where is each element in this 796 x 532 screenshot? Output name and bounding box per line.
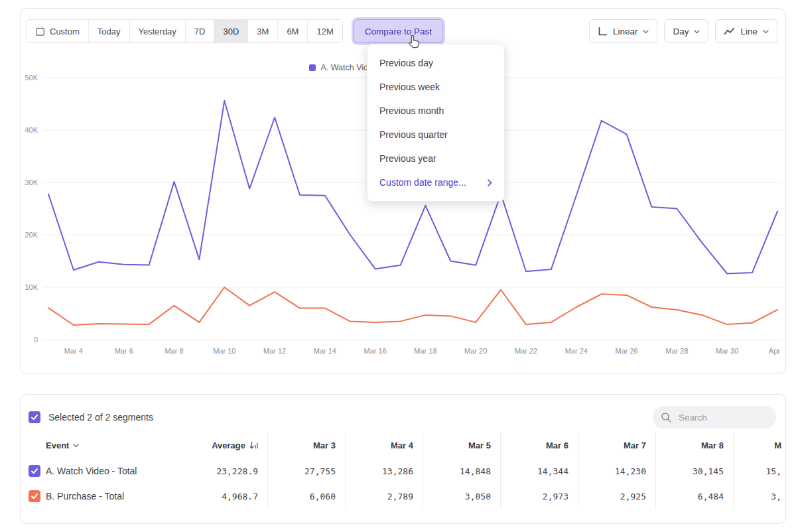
column-header-mar-5[interactable]: Mar 5 (423, 432, 500, 458)
range-custom-label: Custom (50, 27, 80, 36)
average-cell: 23,228.9 (190, 458, 267, 484)
table-cell: 3,050 (423, 484, 500, 509)
chart-type-dropdown-button[interactable]: Line (715, 19, 777, 43)
table-cell: 3, (733, 484, 786, 509)
menu-item-previous-day[interactable]: Previous day (367, 51, 504, 75)
column-header-average[interactable]: Average (190, 432, 267, 458)
chevron-down-icon (694, 30, 700, 34)
column-header-mar-4[interactable]: Mar 4 (345, 432, 423, 458)
range-group: Custom TodayYesterday7D30D3M6M12M (26, 19, 343, 43)
column-header-mar-7[interactable]: Mar 7 (578, 432, 655, 458)
range-today[interactable]: Today (88, 20, 129, 42)
interval-dropdown-button[interactable]: Day (664, 19, 708, 43)
axes-icon (598, 27, 608, 36)
event-cell: B. Purchase - Total (21, 484, 190, 509)
column-header-mar-8[interactable]: Mar 8 (655, 432, 733, 458)
y-axis-tick: 0 (34, 336, 38, 344)
x-axis-tick: Mar 30 (716, 347, 738, 355)
menu-item-previous-quarter[interactable]: Previous quarter (367, 123, 504, 147)
calendar-icon (35, 27, 45, 36)
table-cell: 2,973 (500, 484, 578, 509)
column-header-m[interactable]: M (733, 432, 786, 458)
selected-segments-label: Selected 2 of 2 segments (48, 412, 153, 423)
x-axis-tick: Mar 20 (464, 347, 487, 355)
x-axis-tick: Mar 12 (263, 347, 286, 355)
y-axis-tick: 40K (25, 126, 38, 134)
table-cell: 27,755 (267, 458, 345, 484)
custom-date-range-label: Custom date range... (379, 177, 466, 188)
row-checkbox[interactable] (29, 465, 40, 477)
y-axis-tick: 20K (25, 231, 38, 239)
table-cell: 6,484 (655, 484, 733, 509)
sort-icon (249, 441, 258, 450)
range-6m[interactable]: 6M (277, 20, 307, 42)
chart-type-label: Line (740, 27, 758, 36)
column-header-mar-3[interactable]: Mar 3 (267, 432, 345, 458)
menu-item-previous-month[interactable]: Previous month (367, 99, 504, 123)
x-axis-tick: Mar 10 (213, 347, 235, 355)
chevron-down-icon (763, 30, 769, 34)
x-axis-tick: Mar 16 (364, 347, 387, 355)
event-label: A. Watch Video - Total (46, 466, 137, 476)
select-all-checkbox[interactable] (29, 411, 40, 423)
table-cell: 6,060 (267, 484, 345, 509)
toolbar-right: Linear Day Line (589, 19, 777, 43)
interval-label: Day (673, 27, 689, 36)
table-cell: 2,789 (345, 484, 423, 509)
range-3m[interactable]: 3M (247, 20, 277, 42)
x-axis-tick: Mar 6 (115, 347, 133, 355)
event-label: B. Purchase - Total (46, 491, 124, 501)
line-chart-icon (724, 27, 735, 36)
column-header-mar-6[interactable]: Mar 6 (500, 432, 578, 458)
scale-label: Linear (613, 27, 638, 36)
toolbar: Custom TodayYesterday7D30D3M6M12M Compar… (21, 19, 785, 43)
menu-item-previous-week[interactable]: Previous week (367, 75, 504, 99)
range-yesterday[interactable]: Yesterday (129, 20, 185, 42)
x-axis-tick: Mar 8 (165, 347, 183, 355)
event-header-label: Event (46, 440, 69, 450)
segments-header: Selected 2 of 2 segments (21, 405, 785, 429)
range-custom[interactable]: Custom (27, 20, 88, 42)
table-cell: 14,848 (423, 458, 500, 484)
table-header-row: Event Average Mar 3Mar 4Mar 5Mar 6Mar 7M… (21, 432, 786, 458)
series-line-b-purchase-total[interactable] (48, 287, 777, 325)
analytics-page: Custom TodayYesterday7D30D3M6M12M Compar… (0, 0, 796, 532)
x-axis-tick: Mar 26 (615, 347, 637, 355)
range-12m[interactable]: 12M (307, 20, 342, 42)
table-cell: 13,286 (345, 458, 423, 484)
menu-item-previous-year[interactable]: Previous year (367, 147, 504, 170)
compare-to-past-button[interactable]: Compare to Past (354, 19, 443, 43)
x-axis-tick: Apr 1 (769, 347, 783, 355)
search-icon (661, 412, 672, 423)
menu-item-custom-date-range[interactable]: Custom date range... (367, 170, 504, 194)
search-input[interactable] (677, 412, 766, 423)
table-row: A. Watch Video - Total23,228.927,75513,2… (21, 458, 786, 484)
range-30d[interactable]: 30D (214, 20, 247, 42)
table-cell: 15, (733, 458, 786, 484)
chevron-right-icon (488, 179, 492, 186)
average-header-label: Average (212, 440, 245, 450)
y-axis-tick: 10K (25, 283, 38, 291)
table-cell: 14,344 (500, 458, 578, 484)
y-axis-tick: 50K (25, 74, 38, 82)
segments-card: Selected 2 of 2 segments Event Average (20, 394, 786, 524)
x-axis-tick: Mar 18 (414, 347, 436, 355)
table-row: B. Purchase - Total4,968.76,0602,7893,05… (21, 484, 786, 509)
table-cell: 30,145 (655, 458, 733, 484)
x-axis-tick: Mar 4 (64, 347, 83, 355)
table-cell: 14,230 (578, 458, 655, 484)
column-header-event[interactable]: Event (21, 432, 190, 458)
compare-menu: Previous dayPrevious weekPrevious monthP… (367, 44, 505, 202)
table-cell: 2,925 (578, 484, 655, 509)
row-checkbox[interactable] (29, 490, 40, 502)
range-7d[interactable]: 7D (185, 20, 214, 42)
average-cell: 4,968.7 (190, 484, 267, 509)
search-box (653, 406, 776, 429)
chevron-down-icon (643, 30, 649, 34)
table-rows: A. Watch Video - Total23,228.927,75513,2… (21, 458, 785, 509)
scale-dropdown-button[interactable]: Linear (589, 19, 658, 43)
chevron-down-icon (73, 444, 79, 448)
event-cell: A. Watch Video - Total (21, 458, 190, 484)
x-axis-tick: Mar 28 (665, 347, 688, 355)
y-axis-tick: 30K (25, 178, 38, 186)
